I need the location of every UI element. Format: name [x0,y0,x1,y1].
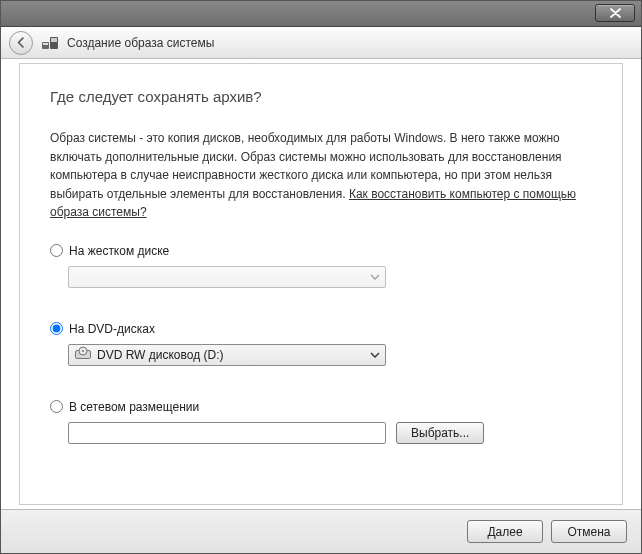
disc-drive-icon [75,346,91,363]
footer-bar: Далее Отмена [1,509,641,553]
header-title: Создание образа системы [67,36,214,50]
option-hdd-block: На жестком диске [50,244,592,288]
option-network-label: В сетевом размещении [69,400,199,414]
radio-network[interactable] [50,400,63,413]
hdd-combo[interactable] [68,266,386,288]
content-panel: Где следует сохранять архив? Образ систе… [19,63,623,505]
back-button[interactable] [9,31,33,55]
next-button-label: Далее [487,525,522,539]
next-button[interactable]: Далее [467,520,543,543]
option-hdd[interactable]: На жестком диске [50,244,592,258]
system-image-icon [41,34,59,52]
option-dvd-label: На DVD-дисках [69,322,155,336]
network-path-input[interactable] [68,422,386,444]
close-button[interactable] [595,4,635,22]
option-network[interactable]: В сетевом размещении [50,400,592,414]
option-dvd-block: На DVD-дисках DVD RW дисковод (D:) [50,322,592,366]
browse-button-label: Выбрать... [411,426,469,440]
svg-rect-1 [43,43,48,45]
header-bar: Создание образа системы [1,27,641,59]
browse-button[interactable]: Выбрать... [396,422,484,444]
dvd-combo-value: DVD RW дисковод (D:) [97,348,224,362]
svg-rect-3 [51,38,57,42]
radio-dvd[interactable] [50,322,63,335]
chevron-down-icon [369,348,381,365]
option-network-block: В сетевом размещении Выбрать... [50,400,592,444]
chevron-down-icon [369,270,381,287]
close-icon [610,8,621,18]
arrow-left-icon [15,36,28,49]
option-dvd[interactable]: На DVD-дисках [50,322,592,336]
radio-hdd[interactable] [50,244,63,257]
description-text: Образ системы - это копия дисков, необхо… [50,129,592,222]
option-hdd-label: На жестком диске [69,244,169,258]
dvd-combo[interactable]: DVD RW дисковод (D:) [68,344,386,366]
svg-point-6 [82,350,84,352]
titlebar [1,1,641,27]
cancel-button[interactable]: Отмена [551,520,627,543]
cancel-button-label: Отмена [567,525,610,539]
page-title: Где следует сохранять архив? [50,88,592,105]
